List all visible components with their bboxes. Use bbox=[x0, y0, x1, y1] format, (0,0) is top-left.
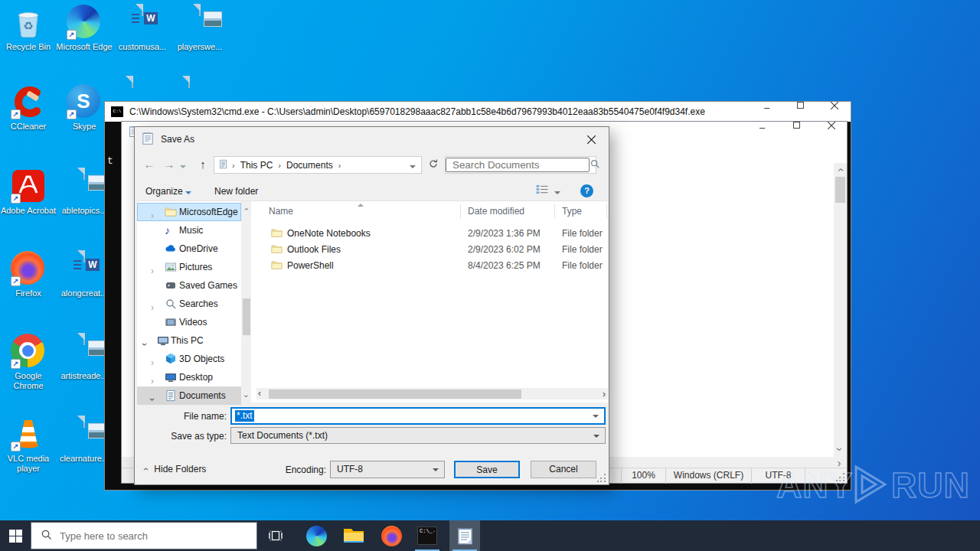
up-button[interactable]: ↑ bbox=[194, 156, 211, 173]
vscroll-thumb[interactable] bbox=[243, 298, 250, 335]
tree-item-saved-games[interactable]: Saved Games bbox=[137, 276, 241, 295]
minimize-button[interactable]: – bbox=[745, 122, 779, 133]
chevron-down-icon[interactable] bbox=[410, 160, 416, 171]
cmd-titlebar[interactable]: C:\ C:\Windows\System32\cmd.exe - C:\Use… bbox=[105, 102, 851, 122]
resize-grip[interactable] bbox=[597, 473, 606, 482]
chevron-expanded-icon[interactable]: › bbox=[143, 398, 162, 401]
column-header-type[interactable]: Type bbox=[562, 201, 582, 222]
tree-item-this-pc[interactable]: › This PC bbox=[137, 331, 241, 350]
task-view-icon bbox=[268, 529, 283, 543]
column-header-date-modified[interactable]: Date modified bbox=[468, 201, 524, 222]
taskbar-file-explorer-button[interactable] bbox=[338, 520, 369, 551]
tree-item-videos[interactable]: Videos bbox=[137, 313, 241, 331]
search-input[interactable] bbox=[446, 158, 590, 172]
save-as-type-value: Text Documents (*.txt) bbox=[237, 428, 328, 443]
scroll-right-icon[interactable]: › bbox=[603, 389, 606, 399]
file-row-powershell[interactable]: PowerShell 8/4/2023 6:25 PM File folder bbox=[256, 258, 608, 274]
desktop-icon-vlc[interactable]: ↗ VLC media player bbox=[0, 416, 57, 474]
address-bar[interactable]: › This PC › Documents › bbox=[214, 156, 422, 174]
maximize-button[interactable] bbox=[779, 122, 814, 129]
maximize-button[interactable] bbox=[783, 102, 818, 109]
hide-folders-button[interactable]: › Hide Folders bbox=[144, 464, 206, 474]
scroll-down-icon[interactable]: › bbox=[834, 444, 847, 455]
help-button[interactable]: ? bbox=[580, 183, 593, 198]
recent-locations-dropdown[interactable] bbox=[178, 156, 188, 173]
status-encoding: UTF-8 bbox=[751, 468, 805, 484]
encoding-label: Encoding: bbox=[234, 465, 326, 475]
taskbar-firefox-button[interactable] bbox=[376, 520, 407, 551]
back-button[interactable]: ← bbox=[141, 156, 158, 173]
tree-item-music[interactable]: ♪ Music bbox=[137, 221, 241, 240]
chevron-expanded-icon[interactable]: › bbox=[136, 343, 154, 346]
desktop-icon-customusa[interactable]: W customusa... bbox=[114, 5, 171, 52]
view-options-dropdown[interactable] bbox=[554, 184, 560, 199]
tree-item-searches[interactable]: › Searches bbox=[137, 295, 241, 313]
desktop-icon-label: playerswe... bbox=[172, 42, 228, 52]
tree-item-onedrive[interactable]: OneDrive bbox=[137, 240, 241, 258]
tree-item-pictures[interactable]: › Pictures bbox=[137, 258, 241, 276]
maximize-icon bbox=[797, 102, 804, 109]
partial-doc-icon bbox=[188, 77, 190, 87]
desktop-icon-adobe-acrobat[interactable]: ↗ Adobe Acrobat bbox=[0, 168, 57, 216]
vscroll-thumb[interactable] bbox=[835, 177, 845, 203]
tree-scrollbar[interactable]: › › bbox=[241, 201, 251, 403]
new-folder-button[interactable]: New folder bbox=[214, 184, 258, 199]
file-row-onenote-notebooks[interactable]: OneNote Notebooks 2/9/2023 1:36 PM File … bbox=[256, 226, 608, 242]
resize-grip[interactable] bbox=[836, 472, 845, 481]
search-icon[interactable] bbox=[590, 158, 600, 171]
tree-item-desktop[interactable]: › Desktop bbox=[137, 368, 241, 386]
notepad-vscrollbar[interactable]: › › bbox=[834, 163, 847, 457]
hscroll-thumb[interactable] bbox=[269, 390, 521, 399]
save-button[interactable]: Save bbox=[454, 461, 520, 478]
desktop-icon-label: customusa... bbox=[114, 42, 171, 52]
breadcrumb-this-pc[interactable]: This PC bbox=[237, 160, 277, 171]
list-hscrollbar[interactable]: › › bbox=[256, 388, 608, 399]
desktop-icon-recycle-bin[interactable]: ♻ Recycle Bin bbox=[0, 5, 57, 52]
desktop-icon-google-chrome[interactable]: ↗ Google Chrome bbox=[0, 334, 57, 391]
image-doc-icon bbox=[83, 334, 85, 344]
search-box[interactable] bbox=[445, 156, 596, 174]
cancel-button[interactable]: Cancel bbox=[531, 461, 596, 478]
document-icon bbox=[218, 159, 228, 171]
desktop-icon-microsoft-edge[interactable]: ↗ Microsoft Edge bbox=[56, 5, 113, 52]
column-header-name[interactable]: Name bbox=[269, 201, 293, 222]
forward-button[interactable]: → bbox=[161, 156, 178, 173]
file-explorer-icon bbox=[343, 527, 364, 545]
refresh-button[interactable] bbox=[425, 157, 442, 174]
dialog-titlebar[interactable]: Save As bbox=[135, 127, 609, 152]
file-name-input[interactable]: *.txt bbox=[230, 407, 606, 425]
scroll-up-icon[interactable]: › bbox=[834, 165, 847, 176]
tree-item-microsoftedge[interactable]: › MicrosoftEdge bbox=[137, 203, 241, 221]
chevron-down-icon[interactable] bbox=[593, 415, 599, 418]
folder-icon bbox=[270, 227, 283, 239]
task-view-button[interactable] bbox=[260, 520, 291, 551]
breadcrumb-documents[interactable]: Documents bbox=[283, 160, 337, 171]
desktop-icon-firefox[interactable]: ↗ Firefox bbox=[0, 251, 57, 298]
taskbar-search-box[interactable] bbox=[31, 522, 257, 549]
minimize-button[interactable]: – bbox=[750, 102, 784, 113]
close-button[interactable] bbox=[817, 102, 851, 109]
close-button[interactable] bbox=[814, 122, 848, 129]
taskbar-notepad-button[interactable] bbox=[449, 520, 480, 551]
organize-button[interactable]: Organize bbox=[145, 184, 191, 199]
view-options-button[interactable] bbox=[535, 184, 549, 199]
tree-item-documents[interactable]: › Documents bbox=[137, 386, 241, 405]
save-as-type-select[interactable]: Text Documents (*.txt) bbox=[230, 427, 606, 444]
close-button[interactable] bbox=[574, 127, 609, 152]
scroll-left-icon[interactable]: › bbox=[258, 389, 261, 399]
desktop-icon-label: Recycle Bin bbox=[0, 42, 57, 52]
searches-icon bbox=[165, 298, 177, 310]
scroll-down-icon[interactable]: › bbox=[241, 390, 251, 401]
file-row-outlook-files[interactable]: Outlook Files 2/9/2023 6:02 PM File fold… bbox=[256, 242, 608, 258]
start-button[interactable] bbox=[0, 520, 31, 551]
encoding-select[interactable]: UTF-8 bbox=[330, 461, 445, 478]
desktop-icon-playerswe[interactable]: playerswe... bbox=[172, 5, 228, 52]
taskbar-edge-button[interactable] bbox=[301, 520, 332, 551]
taskbar-search-input[interactable] bbox=[60, 530, 256, 542]
folder-icon bbox=[270, 259, 283, 271]
desktop-icon-ccleaner[interactable]: ↗ CCleaner bbox=[0, 84, 57, 132]
edge-icon bbox=[306, 526, 327, 546]
scroll-up-icon[interactable]: › bbox=[241, 204, 251, 214]
taskbar-cmd-button[interactable]: C:\_- bbox=[412, 520, 443, 551]
tree-item-3d-objects[interactable]: › 3D Objects bbox=[137, 350, 241, 368]
